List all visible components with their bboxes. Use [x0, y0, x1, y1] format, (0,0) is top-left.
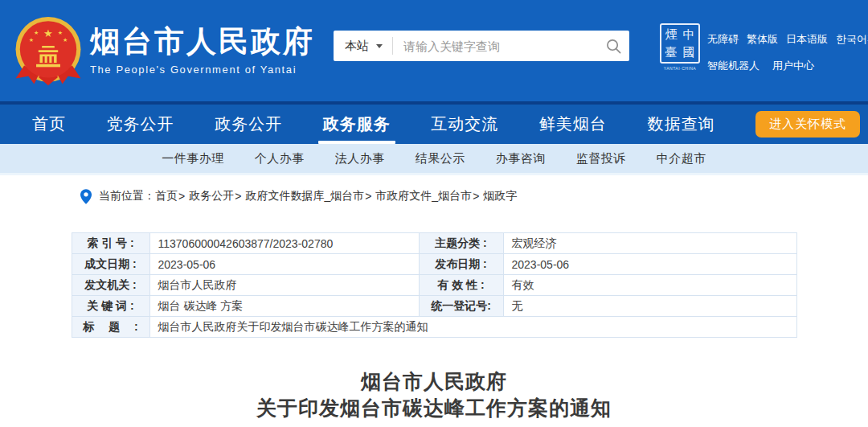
crumb-doc-database[interactable]: 政府文件数据库_烟台市	[245, 189, 364, 203]
search-input[interactable]	[393, 39, 597, 53]
site-title: 烟台市人民政府	[90, 26, 315, 58]
subnav-intermediary[interactable]: 中介超市	[657, 151, 706, 166]
nav-item-gov-disclosure[interactable]: 政务公开	[215, 105, 282, 144]
emblem-star-icon: ★	[58, 30, 63, 35]
site-brand[interactable]: 烟台市人民政府 The People's Government of Yanta…	[90, 26, 315, 76]
meta-label-keywords: 关 键 词 :	[72, 296, 149, 317]
table-row: 标 题 : 烟台市人民政府关于印发烟台市碳达峰工作方案的通知	[72, 317, 796, 338]
emblem-star-icon: ★	[29, 37, 34, 43]
breadcrumb-separator: >	[365, 190, 371, 203]
seal-char: 國	[680, 43, 698, 61]
breadcrumb: 当前位置： 首页 > 政务公开 > 政府文件数据库_烟台市 > 市政府文件_烟台…	[80, 188, 868, 204]
emblem-star-icon: ★	[34, 30, 39, 35]
yantai-china-seal-logo: 煙 中 臺 國 YANTAI·CHINA	[659, 23, 701, 71]
crumb-gov-disclosure[interactable]: 政务公开	[189, 189, 234, 203]
quick-links: 无障碍 繁体版 日本语版 한국어판 智能机器人 用户中心	[707, 32, 866, 73]
meta-value-topic-category: 宏观经济	[503, 233, 796, 254]
crumb-home[interactable]: 首页	[155, 189, 178, 203]
subnav-consultation[interactable]: 办事咨询	[496, 151, 546, 166]
crumb-city-docs[interactable]: 市政府文件_烟台市	[375, 189, 472, 203]
site-title-english: The People's Government of Yantai	[90, 64, 315, 76]
sub-nav: 一件事办理 个人办事 法人办事 结果公示 办事咨询 监督投诉 中介超市	[0, 144, 868, 175]
site-header: ★ ★ ★ ★ ★ 烟台市人民政府 The People's Governmen…	[0, 0, 868, 105]
seal-caption: YANTAI·CHINA	[662, 66, 698, 70]
subnav-one-thing[interactable]: 一件事办理	[162, 151, 224, 166]
national-emblem-icon: ★ ★ ★ ★ ★	[13, 16, 84, 87]
meta-value-title: 烟台市人民政府关于印发烟台市碳达峰工作方案的通知	[149, 317, 796, 338]
meta-value-keywords: 烟台 碳达峰 方案	[149, 296, 419, 317]
link-accessibility[interactable]: 无障碍	[707, 32, 739, 47]
crumb-yanzhengzi[interactable]: 烟政字	[483, 189, 517, 203]
nav-item-home[interactable]: 首页	[32, 105, 66, 144]
meta-value-written-date: 2023-05-06	[149, 254, 419, 275]
meta-value-publish-date: 2023-05-06	[503, 254, 796, 275]
meta-value-index-number: 113706000042603877/2023-02780	[149, 233, 419, 254]
table-row: 关 键 词 : 烟台 碳达峰 方案 统一登记号: 无	[72, 296, 796, 317]
seal-char: 中	[680, 26, 698, 43]
location-pin-icon	[80, 189, 92, 204]
emblem-star-icon: ★	[63, 37, 68, 43]
nav-item-party-affairs[interactable]: 党务公开	[107, 105, 174, 144]
search-icon	[606, 39, 621, 54]
search-button[interactable]	[597, 31, 629, 61]
subnav-personal[interactable]: 个人办事	[255, 151, 305, 166]
document-title-line1: 烟台市人民政府	[0, 368, 868, 395]
link-japanese[interactable]: 日本语版	[786, 32, 828, 47]
breadcrumb-separator: >	[235, 190, 241, 203]
subnav-supervision[interactable]: 监督投诉	[576, 151, 626, 166]
meta-label-validity: 有 效 性 :	[419, 275, 503, 296]
nav-item-interaction[interactable]: 互动交流	[431, 105, 498, 144]
meta-value-issuing-agency: 烟台市人民政府	[149, 275, 419, 296]
chevron-down-icon	[376, 44, 383, 48]
nav-item-fresh-yantai[interactable]: 鲜美烟台	[539, 105, 607, 144]
meta-label-written-date: 成文日期 :	[72, 254, 149, 275]
document-title-line2: 关于印发烟台市碳达峰工作方案的通知	[0, 395, 868, 421]
document-meta-table: 索 引 号 : 113706000042603877/2023-02780 主题…	[72, 232, 797, 338]
search-scope-label: 本站	[345, 39, 369, 54]
meta-label-topic-category: 主题分类 :	[419, 233, 503, 254]
nav-item-data-query[interactable]: 数据查询	[647, 105, 714, 144]
seal-box: 煙 中 臺 國	[660, 23, 700, 64]
breadcrumb-separator: >	[473, 190, 479, 203]
table-row: 索 引 号 : 113706000042603877/2023-02780 主题…	[72, 233, 796, 254]
table-row: 成文日期 : 2023-05-06 发布日期 : 2023-05-06	[72, 254, 796, 275]
nav-item-gov-services[interactable]: 政务服务	[323, 105, 391, 144]
search-bar: 本站	[334, 31, 629, 61]
subnav-results[interactable]: 结果公示	[416, 151, 465, 166]
care-mode-button[interactable]: 进入关怀模式	[755, 111, 860, 138]
meta-label-publish-date: 发布日期 :	[419, 254, 503, 275]
main-nav: 首页 党务公开 政务公开 政务服务 互动交流 鲜美烟台 数据查询 进入关怀模式	[0, 105, 868, 144]
link-smart-robot[interactable]: 智能机器人	[707, 59, 760, 73]
link-korean[interactable]: 한국어판	[836, 32, 868, 47]
breadcrumb-separator: >	[178, 190, 185, 203]
seal-char: 臺	[662, 43, 680, 61]
link-user-center[interactable]: 用户中心	[772, 59, 814, 73]
emblem-star-icon: ★	[43, 27, 53, 39]
page-content: 当前位置： 首页 > 政务公开 > 政府文件数据库_烟台市 > 市政府文件_烟台…	[0, 175, 868, 421]
meta-value-registration-number: 无	[503, 296, 796, 317]
link-traditional-chinese[interactable]: 繁体版	[747, 32, 778, 47]
meta-label-title: 标 题 :	[72, 317, 149, 338]
search-scope-dropdown[interactable]: 本站	[334, 37, 393, 55]
table-row: 发文机关 : 烟台市人民政府 有 效 性 : 有效	[72, 275, 796, 296]
subnav-legal-person[interactable]: 法人办事	[335, 151, 385, 166]
seal-char: 煙	[662, 26, 680, 43]
meta-label-issuing-agency: 发文机关 :	[72, 275, 149, 296]
document-title: 烟台市人民政府 关于印发烟台市碳达峰工作方案的通知	[0, 368, 868, 421]
meta-label-registration-number: 统一登记号:	[419, 296, 503, 317]
breadcrumb-prefix: 当前位置：	[99, 189, 155, 203]
meta-value-validity: 有效	[503, 275, 796, 296]
meta-label-index-number: 索 引 号 :	[72, 233, 149, 254]
